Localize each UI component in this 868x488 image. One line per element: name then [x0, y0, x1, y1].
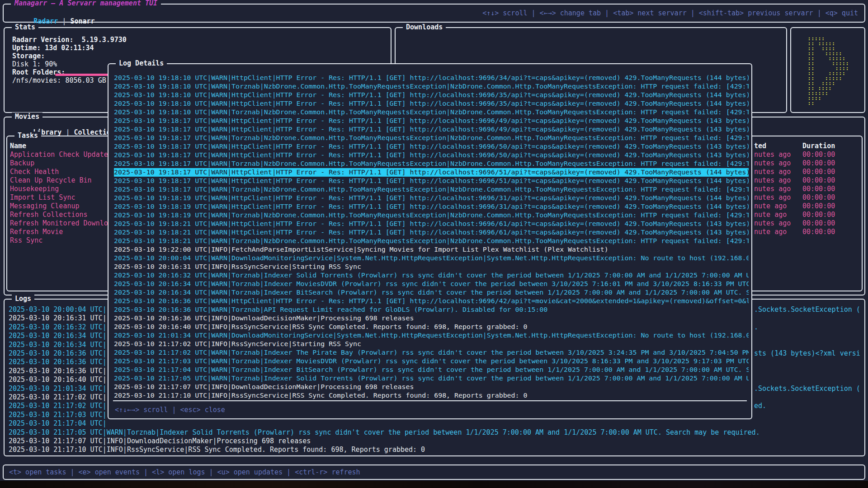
task-duration: 00:00:00 [802, 202, 835, 211]
log-detail-line[interactable]: 2025-03-10 20:16:31 UTC|INFO|RssSyncServ… [114, 263, 749, 271]
log-detail-line[interactable]: 2025-03-10 19:22:00 UTC|INFO|FetchAndPar… [114, 245, 749, 254]
tasks-header-duration: Duration [802, 142, 835, 150]
log-detail-line[interactable]: 2025-03-10 21:17:02 UTC|INFO|RssSyncServ… [114, 340, 749, 348]
log-detail-line[interactable]: 2025-03-10 19:18:17 UTC|WARN|HttpClient|… [114, 125, 749, 134]
log-line-fragment: . [754, 323, 758, 332]
log-detail-line[interactable]: 2025-03-10 21:17:05 UTC|WARN|Torznab|Ind… [114, 374, 749, 383]
logs-title: Logs [12, 295, 34, 303]
task-last-executed: nute ago [754, 202, 787, 211]
stats-row: /nfs/movies: 8056.03 GB f [12, 76, 114, 85]
log-detail-line[interactable]: 2025-03-10 19:18:19 UTC|WARN|HttpClient|… [114, 202, 749, 211]
stats-title: Stats [12, 23, 38, 31]
stats-row: Uptime: 13d 02:11:34 [12, 44, 94, 52]
task-duration: 00:00:00 [802, 219, 835, 228]
log-detail-line[interactable]: 2025-03-10 19:18:17 UTC|WARN|HttpClient|… [114, 177, 749, 185]
tasks-header-name: Name [10, 142, 26, 150]
log-detail-line[interactable]: 2025-03-10 20:16:32 UTC|WARN|Torznab|Ind… [114, 271, 749, 280]
task-name: Refresh Collections [10, 211, 114, 219]
log-detail-line[interactable]: 2025-03-10 19:18:10 UTC|WARN|HttpClient|… [114, 74, 749, 82]
disk-usage-gauge [55, 74, 111, 76]
log-detail-line[interactable]: 2025-03-10 19:18:19 UTC|WARN|Torznab|Nzb… [114, 211, 749, 220]
task-duration: 00:00:00 [802, 159, 835, 168]
log-line[interactable]: 2025-03-10 21:17:07 UTC|INFO|DownloadDec… [9, 437, 863, 446]
tab-sonarr[interactable]: Sonarr [70, 17, 94, 25]
log-detail-line[interactable]: 2025-03-10 19:18:10 UTC|WARN|HttpClient|… [114, 99, 749, 108]
log-detail-line[interactable]: 2025-03-10 20:16:36 UTC|WARN|HttpClient|… [114, 297, 749, 305]
task-name: Housekeeping [10, 185, 114, 193]
log-details-title: Log Details [116, 59, 167, 67]
log-detail-line[interactable]: 2025-03-10 19:18:17 UTC|WARN|Torznab|Nzb… [114, 185, 749, 194]
log-line-fragment: .Sockets.SocketException ( [754, 385, 860, 393]
tab-separator: | [58, 17, 70, 25]
task-duration: 00:00:00 [802, 185, 835, 193]
log-detail-line[interactable]: 2025-03-10 19:18:21 UTC|WARN|Torznab|Nzb… [114, 237, 749, 245]
task-last-executed: nutes ago [754, 193, 791, 202]
task-name: Backup [10, 159, 114, 168]
task-last-executed: nutes ago [754, 219, 791, 228]
log-line-fragment: sts (143 bytes)<?xml versi [754, 349, 860, 358]
log-detail-line[interactable]: 2025-03-10 19:18:21 UTC|WARN|HttpClient|… [114, 220, 749, 228]
log-line-fragment: ed. [754, 402, 766, 410]
log-line[interactable]: 2025-03-10 21:17:05 UTC|WARN|Torznab|Ind… [9, 428, 863, 437]
app-title: Managarr – A Servarr management TUI [11, 0, 161, 7]
log-detail-line[interactable]: 2025-03-10 20:16:34 UTC|WARN|Torznab|Ind… [114, 288, 749, 297]
log-detail-line[interactable]: 2025-03-10 21:17:07 UTC|INFO|DownloadDec… [114, 383, 749, 391]
log-detail-line[interactable]: 2025-03-10 21:17:03 UTC|WARN|Torznab|Ind… [114, 357, 749, 366]
downloads-title: Downloads [403, 23, 446, 31]
log-detail-line[interactable]: 2025-03-10 20:16:34 UTC|WARN|Torznab|Ind… [114, 280, 749, 288]
task-last-executed: nute ago [754, 211, 787, 219]
header-panel: Managarr – A Servarr management TUI Rada… [3, 4, 865, 23]
log-detail-line[interactable]: 2025-03-10 19:18:10 UTC|WARN|Torznab|Nzb… [114, 108, 749, 117]
desktop-background [0, 481, 868, 488]
log-detail-line[interactable]: 2025-03-10 19:18:17 UTC|WARN|HttpClient|… [114, 117, 749, 125]
log-detail-line[interactable]: 2025-03-10 21:17:02 UTC|WARN|Torznab|Ind… [114, 348, 749, 357]
log-detail-line[interactable]: 2025-03-10 19:18:19 UTC|WARN|HttpClient|… [114, 194, 749, 202]
log-detail-line[interactable]: 2025-03-10 20:16:40 UTC|INFO|RssSyncServ… [114, 323, 749, 331]
task-name: Clean Up Recycle Bin [10, 176, 114, 185]
log-detail-line[interactable]: 2025-03-10 19:18:17 UTC|WARN|HttpClient|… [114, 151, 749, 160]
log-detail-line[interactable]: 2025-03-10 19:18:17 UTC|WARN|HttpClient|… [114, 142, 749, 151]
log-detail-line[interactable]: 2025-03-10 21:17:04 UTC|WARN|Torznab|Ind… [114, 366, 749, 374]
log-line[interactable]: 2025-03-10 21:17:10 UTC|INFO|RssSyncServ… [9, 446, 863, 454]
task-name: Messaging Cleanup [10, 202, 114, 211]
task-name: Refresh Monitored Downlo [10, 219, 114, 228]
task-duration: 00:00:00 [802, 193, 835, 202]
tasks-title: Tasks [14, 131, 41, 140]
stats-row: Radarr Version: 5.19.3.9730 [12, 36, 127, 44]
bottom-bar-keybinds: <t> open tasks | <e> open events | <l> o… [9, 468, 360, 476]
log-details-separator [113, 400, 747, 401]
task-last-executed: nutes ago [754, 185, 791, 193]
task-last-executed: nutes ago [754, 159, 791, 168]
log-detail-line[interactable]: 2025-03-10 19:18:17 UTC|WARN|Torznab|Nzb… [114, 160, 749, 168]
log-detail-line[interactable]: 2025-03-10 19:18:17 UTC|WARN|Torznab|Nzb… [114, 134, 749, 142]
log-detail-line[interactable]: 2025-03-10 21:01:34 UTC|WARN|DownloadMon… [114, 331, 749, 340]
log-detail-line[interactable]: 2025-03-10 19:18:10 UTC|WARN|HttpClient|… [114, 91, 749, 99]
task-duration: 00:00:00 [802, 211, 835, 219]
task-name: Application Check Update [10, 150, 114, 159]
log-detail-line[interactable]: 2025-03-10 20:16:36 UTC|WARN|Torznab|API… [114, 305, 749, 314]
log-details-footer: <↑↓←→> scroll | <esc> close [115, 406, 225, 414]
log-detail-line[interactable]: 2025-03-10 20:00:04 UTC|WARN|DownloadMon… [114, 254, 749, 263]
log-line[interactable]: 2025-03-10 21:17:04 UTC| [9, 419, 863, 428]
tasks-header-executed: ted [754, 142, 766, 150]
log-detail-line[interactable]: 2025-03-10 19:18:10 UTC|WARN|Torznab|Nzb… [114, 82, 749, 91]
log-detail-line[interactable]: 2025-03-10 21:17:10 UTC|INFO|RssSyncServ… [114, 391, 749, 400]
task-name: Refresh Movie [10, 228, 114, 236]
task-last-executed: nutes ago [754, 150, 791, 159]
log-detail-line[interactable]: 2025-03-10 19:18:21 UTC|WARN|HttpClient|… [114, 228, 749, 237]
stats-row: Storage: [12, 52, 45, 61]
log-details-modal: Log Details 2025-03-10 19:18:10 UTC|WARN… [108, 63, 752, 419]
bottom-bar: <t> open tasks | <e> open events | <l> o… [3, 465, 865, 480]
log-detail-line[interactable]: 2025-03-10 20:16:36 UTC|INFO|DownloadDec… [114, 314, 749, 323]
task-name: Check Health [10, 168, 114, 176]
managarr-logo: ::::: :: ::::: :: :::: :: ::::: :: :::::… [797, 36, 849, 106]
task-duration: 00:00:00 [802, 228, 835, 236]
header-keybinds: <↑↓> scroll | <←→> change tab | <tab> ne… [482, 9, 858, 17]
log-detail-line[interactable]: 2025-03-10 19:18:17 UTC|WARN|HttpClient|… [114, 168, 749, 177]
managarr-tui: Managarr – A Servarr management TUI Rada… [0, 0, 868, 488]
stats-row: Disk 1: 90% [12, 60, 57, 69]
movies-title: Movies [12, 113, 42, 121]
task-duration: 00:00:00 [802, 168, 835, 176]
task-name: Rss Sync [10, 236, 114, 245]
logo-panel: ::::: :: ::::: :: :::: :: ::::: :: :::::… [790, 27, 865, 113]
